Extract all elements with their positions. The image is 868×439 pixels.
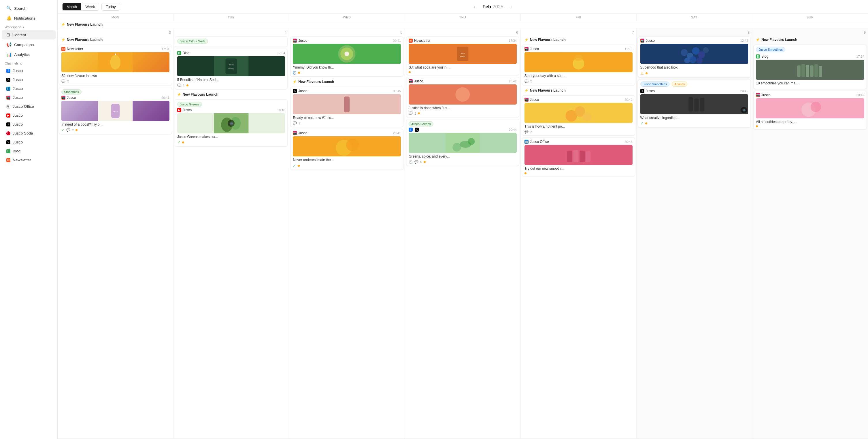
sidebar-item-jusco-yt[interactable]: ▶ Jusco	[2, 111, 56, 120]
status-dot	[186, 85, 188, 86]
event-card-mon-smoothies[interactable]: Smoothies 📷 Jusco 20:41 fresh	[59, 87, 172, 134]
event-card-thu-juice[interactable]: 📷 Jusco 20:42 Justice is done when Jus..…	[406, 77, 519, 118]
event-card-thu-greens[interactable]: Jusco Greens f 𝕏 20:44	[406, 119, 519, 166]
event-card-thu-newsletter[interactable]: ✉ Newsletter 17:34 fresh pressed S	[406, 36, 519, 75]
day-header-sun: SUN	[752, 14, 868, 21]
sidebar-item-jusco-office[interactable]: G Jusco Office	[2, 102, 56, 111]
event-channel: 📷 Jusco	[61, 96, 76, 100]
prev-month-button[interactable]: ←	[471, 4, 479, 10]
event-time: 11:15	[624, 47, 632, 51]
event-card-sat-smoothies[interactable]: Jusco Smoothies Articles 𝕏 Jusco 20:45	[638, 79, 751, 128]
citrus-tag: Jusco Citrus Soda	[177, 39, 208, 44]
calendar-cell-fri: 7 ⚡ New Flavours Launch 📷 Jusco 11:15	[521, 28, 637, 439]
comment-icon: 💬	[177, 84, 181, 87]
sidebar-item-analytics[interactable]: 📊 Analytics	[2, 50, 56, 59]
event-time: 17:34	[277, 51, 285, 55]
view-toggle: Month Week	[62, 3, 99, 11]
launch-banner-mon[interactable]: ⚡ New Flavours Launch	[59, 36, 172, 43]
calendar-cell-sun: 9 ⚡ New Flavours Launch Jusco Smoothies …	[752, 28, 868, 439]
instagram-icon: 📷	[293, 131, 297, 135]
event-text: Jusco Greens makes sur...	[177, 135, 285, 139]
event-card-tue-blog[interactable]: B Blog 17:34 detox therapy 5 Benef	[175, 49, 288, 89]
day-header-sat: SAT	[637, 14, 752, 21]
event-card-wed-orange[interactable]: 📷 Jusco 20:41 Never underestimate the ..…	[290, 129, 403, 170]
event-footer: 🕐 💬 6	[409, 160, 517, 164]
event-footer: 💬 2	[61, 80, 169, 83]
calendar-grid: 3 ⚡ New Flavours Launch ✉ Newsletter 17:…	[58, 28, 868, 439]
event-card-sat-blueberries[interactable]: 📷 Jusco 12:42	[638, 36, 751, 77]
calendar-cell-tue: 4 Jusco Citrus Soda B Blog 17:34	[174, 28, 289, 439]
notifications-label: Notifications	[14, 16, 35, 21]
sidebar-item-jusco-tw[interactable]: 𝕏 Jusco	[2, 75, 56, 84]
sidebar-item-notifications[interactable]: 🔔 Notifications	[2, 13, 56, 23]
launch-banner-wed[interactable]: ⚡ New Flavours Launch	[290, 79, 403, 85]
sidebar-item-jusco-tk[interactable]: ♪ Jusco	[2, 120, 56, 128]
launch-banner-sun[interactable]: ⚡ New Flavours Launch	[753, 36, 867, 43]
blog-icon: B	[6, 149, 10, 153]
event-channel: 𝕏 Jusco	[640, 89, 655, 93]
instagram-icon: 📷	[525, 98, 529, 102]
event-footer: ✓	[177, 140, 285, 145]
instagram-icon: 📷	[640, 39, 644, 43]
launch-banner-fri2[interactable]: ⚡ New Flavours Launch	[522, 87, 635, 94]
today-button[interactable]: Today	[101, 3, 120, 11]
event-time: 20:45	[740, 89, 748, 93]
event-channel: 📷 Jusco	[525, 98, 539, 102]
comment-count: 2	[530, 130, 532, 134]
sidebar-item-jusco-ig[interactable]: 📷 Jusco	[2, 93, 56, 102]
event-header: 𝕏 Jusco 09:15	[293, 89, 401, 93]
sidebar-item-jusco-soda[interactable]: P Jusco Soda	[2, 129, 56, 137]
svg-point-52	[696, 57, 703, 64]
event-card-fri-office[interactable]: 🏢 Jusco Office 20:43	[522, 137, 635, 176]
calendar-cell-wed: 5 📷 Jusco 00:41	[289, 28, 405, 439]
sidebar-item-campaigns[interactable]: 📢 Campaigns	[2, 40, 56, 49]
event-card-tue-greens[interactable]: Jusco Greens ▶ Jusco 18:10	[175, 99, 288, 147]
event-card-fri-peaches[interactable]: 📷 Jusco 20:42 This is how a nut	[522, 95, 635, 136]
splash-image	[525, 52, 632, 72]
smoothies-tag: Smoothies	[61, 89, 82, 94]
tiktok-icon: ♪	[6, 122, 10, 126]
event-card-sun-blog[interactable]: Jusco Smoothies B Blog 17:34	[753, 45, 867, 89]
svg-point-45	[681, 49, 688, 56]
comment-icon: 💬	[525, 80, 529, 83]
event-header: 🏢 Jusco Office 20:43	[525, 140, 632, 144]
sidebar-item-search[interactable]: 🔍 Search	[2, 4, 56, 13]
event-card-wed-kiwi[interactable]: 📷 Jusco 00:41 Yummy! Did you kn	[290, 36, 403, 76]
event-time: 17:34	[161, 47, 169, 51]
twitter-icon: 𝕏	[293, 89, 297, 93]
sidebar-item-jusco-fb[interactable]: f Jusco	[2, 67, 56, 75]
event-channel: 📷 Jusco	[640, 39, 655, 43]
event-card-tue-citrus[interactable]: Jusco Citrus Soda	[175, 36, 288, 47]
next-month-button[interactable]: →	[506, 4, 515, 10]
sidebar-item-newsletter[interactable]: ✉ Newsletter	[2, 156, 56, 164]
event-card-fri-ig1[interactable]: 📷 Jusco 11:15 Start your day with a spa.…	[522, 45, 635, 85]
event-header: 📷 Jusco 12:42	[640, 39, 748, 43]
event-card-sun-pink[interactable]: 📷 Jusco 20:42 All smoothies are pretty, …	[753, 91, 867, 130]
event-header: ✉ Newsletter 17:34	[61, 47, 169, 51]
sidebar-item-jusco-li[interactable]: in Jusco	[2, 85, 56, 93]
event-header: 📷 Jusco 00:41	[293, 39, 401, 43]
sidebar-item-blog[interactable]: B Blog	[2, 147, 56, 155]
main-content: Month Week Today ← Feb 2025 → MON TUE WE…	[58, 0, 868, 439]
sidebar-item-content[interactable]: ⊞ Content	[2, 30, 56, 39]
week-button[interactable]: Week	[81, 3, 99, 10]
event-channel: ✉ Newsletter	[61, 47, 83, 51]
sidebar-item-jusco-other[interactable]: 𝕏 Jusco	[2, 138, 56, 146]
event-channel: 📷 Jusco	[293, 131, 307, 135]
month-button[interactable]: Month	[63, 3, 81, 10]
channel-name: Jusco	[646, 89, 655, 93]
bottle-image: fresh	[61, 101, 169, 121]
svg-rect-43	[586, 151, 590, 162]
event-footer: 💬 2	[525, 130, 632, 134]
svg-point-50	[684, 58, 690, 63]
days-header: MON TUE WED THU FRI SAT SUN	[58, 14, 868, 21]
channel-name: Jusco	[298, 89, 307, 93]
event-time: 17:34	[509, 39, 517, 42]
launch-banner-row: ⚡ New Flavours Launch	[58, 21, 868, 28]
event-text: In need of a boost? Try o...	[61, 122, 169, 127]
launch-banner-fri[interactable]: ⚡ New Flavours Launch	[522, 36, 635, 43]
launch-banner-tue[interactable]: ⚡ New Flavours Launch	[175, 91, 288, 98]
svg-point-34	[574, 55, 583, 61]
event-card-mon-newsletter[interactable]: ✉ Newsletter 17:34 SJ: new flavour in to…	[59, 45, 172, 85]
event-card-wed-twitter[interactable]: 𝕏 Jusco 09:15 Ready or not, new #Jusc...	[290, 87, 403, 127]
